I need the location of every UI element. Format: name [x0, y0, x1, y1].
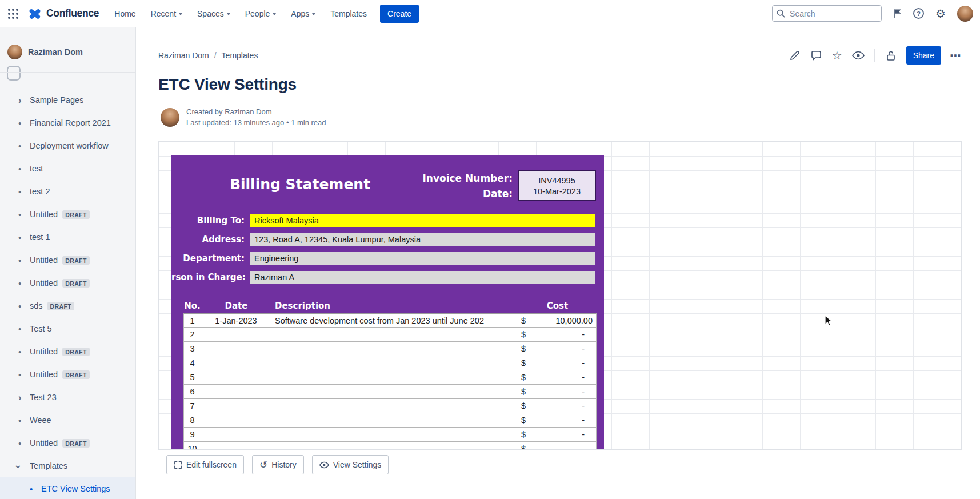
view-settings-button[interactable]: View Settings [312, 455, 389, 474]
table-row: 9 $ - [183, 428, 597, 442]
sidebar-item[interactable]: Untitled DRAFT [0, 272, 135, 294]
share-button[interactable]: Share [906, 46, 941, 65]
space-name[interactable]: Raziman Dom [28, 47, 83, 57]
topnav-right-cluster: ? ⚙ [772, 5, 973, 22]
field-row: Billing To: Ricksoft Malaysia [171, 214, 595, 227]
main-content: Raziman Dom / Templates ☆ Sha [136, 27, 980, 499]
table-row: 6 $ - [183, 385, 597, 399]
sidebar-item[interactable]: Deployment workflow [0, 134, 135, 157]
table-row: 8 $ - [183, 413, 597, 428]
spreadsheet-embed[interactable]: Billing Statement Invoice Number: Date: … [158, 141, 962, 450]
confluence-logo-icon [27, 6, 42, 21]
byline: Created by Raziman Dom Last updated: 13 … [161, 106, 326, 128]
sidebar-item[interactable]: Untitled DRAFT [0, 432, 135, 454]
app-switcher-icon[interactable] [8, 9, 18, 19]
sheet-actions: Edit fullscreen ↺ History View Settings [166, 455, 389, 474]
invoice-date-value: 10-Mar-2023 [519, 187, 595, 196]
nav-item[interactable]: Home [114, 6, 136, 22]
item-marker-icon [18, 370, 30, 380]
table-row: 7 $ - [183, 399, 597, 413]
sidebar-item[interactable]: Templates [0, 454, 135, 477]
field-row: Department: Engineering [171, 252, 595, 265]
space-sidebar: Raziman Dom Sample Pages Financial Repor… [0, 27, 136, 499]
more-options-button[interactable]: ⋯ [950, 49, 962, 62]
item-marker-icon [30, 484, 41, 494]
draft-badge: DRAFT [47, 302, 75, 310]
flag-icon[interactable] [893, 9, 902, 18]
table-row: 2 $ - [183, 328, 597, 342]
edit-fullscreen-button[interactable]: Edit fullscreen [166, 455, 244, 474]
statement-fields: Billing To: Ricksoft Malaysia Address: 1… [171, 214, 595, 290]
table-row: 5 $ - [183, 370, 597, 385]
sidebar-item[interactable]: Test 5 [0, 317, 135, 340]
item-marker-icon [18, 141, 30, 151]
draft-badge: DRAFT [62, 279, 90, 288]
sidebar-item[interactable]: Test 23 [0, 386, 135, 409]
sidebar-item[interactable]: Untitled DRAFT [0, 203, 135, 226]
created-by-text: Created by Raziman Dom [186, 106, 326, 117]
sidebar-item[interactable]: sds DRAFT [0, 294, 135, 317]
confluence-logo[interactable]: Confluence [27, 6, 99, 21]
invoice-number-value: INV44995 [519, 176, 595, 185]
breadcrumb-space-link[interactable]: Raziman Dom [158, 51, 209, 60]
byline-separator: • [286, 118, 289, 127]
help-icon[interactable]: ? [913, 8, 924, 19]
comment-icon[interactable] [809, 49, 823, 62]
edit-pencil-icon[interactable] [788, 49, 802, 62]
scrolled-item-remnant [0, 63, 135, 89]
primary-nav: Home Recent Spaces People Apps [114, 6, 367, 22]
draft-badge: DRAFT [62, 256, 90, 265]
item-marker-icon [18, 187, 30, 197]
cost-table: No. Date Description Cost 1 1-Jan-2023 S… [183, 298, 597, 449]
user-avatar[interactable] [957, 6, 973, 22]
history-button[interactable]: ↺ History [252, 455, 304, 474]
sidebar-item[interactable]: ETC View Settings [0, 477, 135, 499]
space-avatar[interactable] [7, 45, 22, 59]
page-title: ETC View Settings [158, 75, 297, 94]
author-avatar[interactable] [161, 108, 179, 127]
breadcrumb-parent-link[interactable]: Templates [222, 51, 258, 60]
search-box [772, 5, 882, 22]
space-header: Raziman Dom [0, 27, 135, 63]
nav-item[interactable]: People [245, 6, 277, 22]
sidebar-item[interactable]: Financial Report 2021 [0, 111, 135, 134]
nav-item[interactable]: Spaces [197, 6, 231, 22]
item-marker-icon [18, 210, 30, 219]
search-icon [777, 9, 785, 18]
sidebar-item[interactable]: Untitled DRAFT [0, 340, 135, 363]
item-marker-icon [18, 118, 30, 128]
breadcrumb-separator: / [214, 51, 217, 60]
watch-eye-icon[interactable] [851, 49, 865, 62]
item-marker-icon [18, 233, 30, 242]
history-icon: ↺ [259, 460, 267, 470]
field-row: rson in Charge: Raziman A [171, 271, 595, 284]
restrictions-lock-icon[interactable] [884, 49, 898, 62]
sidebar-item[interactable]: test 2 [0, 180, 135, 203]
table-row: 1 1-Jan-2023 Software development cost f… [183, 313, 597, 328]
sidebar-item[interactable]: Weee [0, 409, 135, 432]
draft-badge: DRAFT [62, 439, 90, 448]
settings-gear-icon[interactable]: ⚙ [935, 8, 946, 19]
sidebar-item[interactable]: Untitled DRAFT [0, 249, 135, 272]
star-icon[interactable]: ☆ [830, 49, 844, 62]
nav-item[interactable]: Apps [290, 6, 316, 22]
sidebar-item[interactable]: test [0, 157, 135, 180]
breadcrumb: Raziman Dom / Templates [158, 51, 258, 60]
sidebar-item[interactable]: Untitled DRAFT [0, 363, 135, 386]
nav-item[interactable]: Templates [330, 6, 367, 22]
sidebar-item[interactable]: test 1 [0, 226, 135, 249]
nav-item[interactable]: Recent [150, 6, 183, 22]
search-input[interactable] [772, 5, 882, 22]
create-button[interactable]: Create [380, 5, 419, 23]
chevron-down-icon [227, 13, 230, 15]
table-row: 3 $ - [183, 342, 597, 356]
read-time-text: 1 min read [291, 118, 326, 127]
item-marker-icon [18, 393, 30, 402]
brand-name: Confluence [46, 7, 99, 19]
draft-badge: DRAFT [62, 370, 90, 379]
chevron-down-icon [179, 13, 182, 15]
page-toolbar: ☆ Share ⋯ [788, 46, 962, 65]
item-marker-icon [18, 164, 30, 174]
sidebar-item[interactable]: Sample Pages [0, 89, 135, 111]
invoice-labels: Invoice Number: Date: [370, 171, 513, 202]
